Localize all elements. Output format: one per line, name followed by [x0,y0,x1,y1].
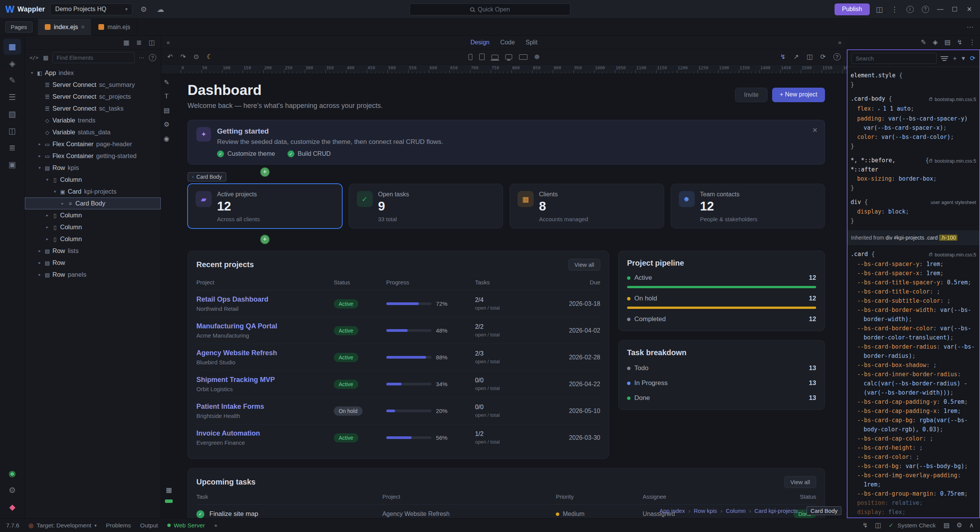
css-selector[interactable]: element.style [851,71,895,80]
structure-list-icon[interactable]: ≣ [136,39,142,47]
live-reload-icon[interactable]: ↯ [862,521,868,529]
project-link[interactable]: Invoice Automation [196,429,334,437]
design-tools-icon[interactable]: ◈ [933,38,938,46]
help-icon[interactable]: ? [920,3,931,15]
split-view-icon[interactable]: ◫ [875,521,881,529]
tree-chevron-icon[interactable]: ▾ [36,165,43,170]
tree-item-row[interactable]: ▸▤Row [25,257,161,269]
tree-item-variable-status-data[interactable]: ◇Variablestatus_data [25,126,161,138]
css-source-link[interactable]: bootstrap.min.css:5 [929,95,976,104]
tree-item-variable-trends[interactable]: ◇Variabletrends [25,114,161,126]
board-view-icon[interactable]: ▦ [123,39,129,47]
mode-design[interactable]: Design [470,39,490,46]
find-elements-input[interactable] [52,52,135,63]
system-check-button[interactable]: ✓ System Check [889,522,936,529]
check-item-build-crud[interactable]: ✓Build CRUD [287,150,331,157]
css-selector[interactable]: *, *::before, *::after [851,156,922,174]
tree-chevron-icon[interactable]: ▾ [44,177,51,182]
styles-icon[interactable]: ✎ [3,72,21,88]
fit-screen-icon[interactable]: ⊕ [534,53,539,61]
css-declaration[interactable]: --bs-card-border-width: var(--bs-border-… [851,305,976,324]
tree-item-column[interactable]: ▸▯Column [25,233,161,245]
invite-button[interactable]: Invite [735,88,767,102]
add-target-button[interactable]: + [214,522,217,529]
code-icon[interactable]: </> [29,55,38,60]
css-declaration[interactable]: --bs-card-img-overlay-padding: 1rem; [851,471,976,489]
css-declaration[interactable]: padding: var(--bs-card-spacer-y) var(--b… [851,114,976,132]
css-declaration[interactable]: --bs-card-subtitle-color: ; [851,296,976,305]
maximize-button[interactable] [949,4,960,15]
breadcrumb-item[interactable]: Column [726,508,746,514]
tree-chevron-icon[interactable]: ▸ [36,260,43,265]
css-declaration[interactable]: --bs-card-title-color: ; [851,287,976,296]
element-settings-icon[interactable]: ⚙ [163,121,169,129]
edit-code-icon[interactable]: ✎ [921,38,926,46]
app-connect-bolt-icon[interactable]: ↯ [780,53,786,61]
css-declaration[interactable]: display: flex; [851,508,976,517]
close-button[interactable]: ✕ [964,4,975,15]
help-icon[interactable]: ? [833,53,841,60]
css-declaration[interactable]: --bs-card-cap-bg: rgba(var(--bs-body-col… [851,416,976,434]
mode-split[interactable]: Split [526,39,537,46]
web-server-status[interactable]: Web Server [167,522,205,529]
workflows-icon[interactable]: ◈ [3,55,21,72]
css-declaration[interactable]: --bs-card-color: ; [851,452,976,462]
breadcrumb-item-current[interactable]: Card Body [807,506,841,515]
css-declaration[interactable]: --bs-card-height: ; [851,443,976,452]
tree-item-server-connect-sc-projects[interactable]: ☰Server Connectsc_projects [25,91,161,103]
selected-element-tag[interactable]: ‹Card Body [188,172,226,181]
kpi-card-clients[interactable]: ▦Clients8Accounts managed [510,184,664,228]
expand-shorthand-icon[interactable]: ▸ [878,107,883,112]
css-declaration[interactable]: display: block; [851,207,976,216]
device-desktop-icon[interactable] [505,54,512,59]
help-icon[interactable]: ? [149,54,156,61]
components-grid-icon[interactable]: ▦ [43,54,48,61]
quick-open-search[interactable]: Quick Open [410,3,570,15]
css-selector[interactable]: .card-body [851,94,885,103]
refresh-icon[interactable]: ⟳ [820,53,826,61]
kpi-card-team-contacts[interactable]: ☻Team contacts12People & stakeholders [671,184,825,228]
filter-icon[interactable] [941,58,947,59]
project-link[interactable]: Manufacturing QA Portal [196,322,334,330]
edit-element-icon[interactable]: ✎ [164,78,169,86]
refresh-icon[interactable]: ⟳ [970,54,975,62]
pages-button[interactable]: Pages [5,21,33,33]
tree-chevron-icon[interactable]: ▸ [44,225,51,230]
css-declaration[interactable]: --bs-card-cap-padding-y: 0.5rem; [851,397,976,406]
css-declaration[interactable]: --bs-card-border-color: var(--bs-border-… [851,324,976,342]
quick-actions-bolt-icon[interactable]: ↯ [957,38,962,46]
tree-item-flex-container-page-header[interactable]: ▸▭Flex Containerpage-header [25,138,161,150]
insert-after-button[interactable]: + [260,234,270,245]
database-icon[interactable]: ☰ [3,89,21,105]
view-all-button[interactable]: View all [784,476,816,488]
css-declaration[interactable]: --bs-card-bg: var(--bs-body-bg); [851,462,976,471]
grid-toggle-icon[interactable]: ▦ [166,486,172,494]
target-selector[interactable]: ◎ Target: Development ▾ [28,522,96,529]
collapse-left-panel-icon[interactable]: « [167,39,170,46]
css-declaration[interactable]: --bs-card-group-margin: 0.75rem; [851,489,976,498]
server-connect-icon[interactable]: ▧ [3,106,21,122]
new-project-button[interactable]: + New project [772,88,825,102]
tree-item-server-connect-sc-tasks[interactable]: ☰Server Connectsc_tasks [25,103,161,114]
tree-item-card-body[interactable]: ▸≡Card Body [25,197,161,209]
css-declaration[interactable]: --bs-card-inner-border-radius: calc(var(… [851,370,976,397]
text-tool-icon[interactable]: T [165,93,168,100]
kebab-menu-icon[interactable]: ⋮ [889,3,900,15]
css-source-link[interactable]: user agent stylesheet [931,198,976,207]
split-view-icon[interactable]: ◫ [149,39,155,47]
tree-chevron-icon[interactable]: ▸ [59,201,66,206]
dark-mode-moon-icon[interactable]: ☾ [207,53,212,61]
project-selector[interactable]: Demo Projects HQ ▾ [50,3,132,15]
info-icon[interactable]: i [904,3,916,15]
tree-chevron-icon[interactable]: ▸ [36,142,43,147]
tab-overflow-icon[interactable]: ⋯ [960,23,980,31]
css-declaration[interactable]: flex: ▸ 1 1 auto; [851,104,976,114]
tree-chevron-icon[interactable]: ▸ [44,213,51,218]
logs-icon[interactable]: ▤ [943,521,949,529]
tree-chevron-icon[interactable]: ▸ [36,272,43,277]
preview-eye-icon[interactable]: ◉ [164,135,170,143]
breadcrumb-item[interactable]: Row kpis [694,508,717,514]
kpi-card-active-projects[interactable]: ▰Active projects12Across all clients [188,184,342,228]
css-selector[interactable]: div [851,197,861,207]
tree-chevron-icon[interactable]: ▸ [36,153,43,158]
